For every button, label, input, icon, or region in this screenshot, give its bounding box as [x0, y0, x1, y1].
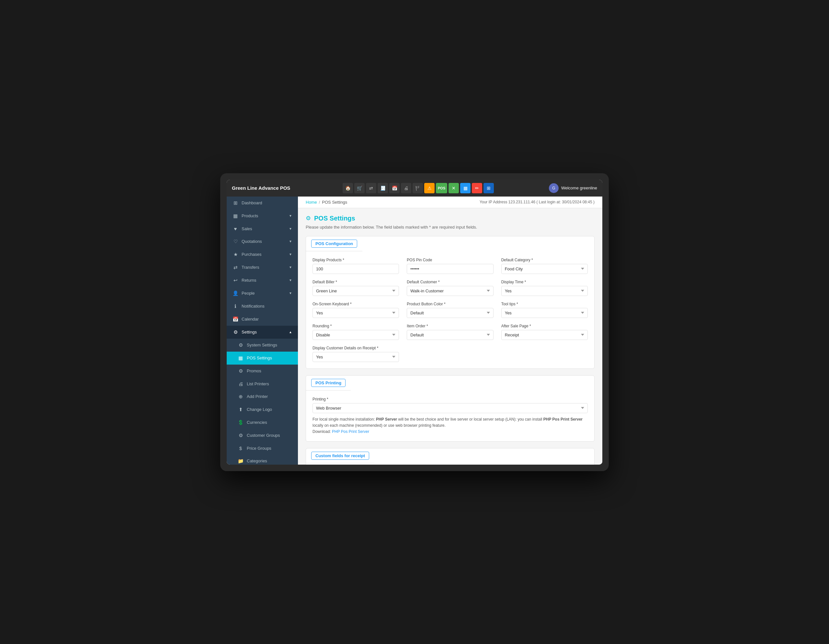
print-info: For local single machine installation: P… — [312, 416, 588, 435]
default-category-select[interactable]: Food City — [501, 264, 588, 274]
settings-icon: ⚙ — [233, 329, 238, 335]
custom-fields-title: Custom fields for receipt — [311, 452, 369, 460]
display-time-label: Display Time * — [501, 280, 588, 284]
after-sale-page-select[interactable]: Receipt POS — [501, 330, 588, 340]
categories-icon: 📁 — [238, 458, 244, 464]
purchases-arrow: ▼ — [289, 252, 292, 256]
tool-tips-select[interactable]: Yes No — [501, 308, 588, 318]
display-products-label: Display Products * — [312, 258, 399, 262]
sidebar-item-list-printers[interactable]: 🖨 List Printers — [227, 378, 298, 390]
sidebar-item-add-printer[interactable]: ⊕ Add Printer — [227, 390, 298, 403]
grid-icon-btn[interactable]: ▦ — [460, 183, 471, 193]
cart-icon-btn[interactable]: 🛒 — [354, 183, 365, 193]
sidebar-item-label: Price Groups — [247, 446, 271, 451]
sidebar-item-pos-settings[interactable]: ▦ POS Settings — [227, 352, 298, 365]
print-icon-btn[interactable]: 🖨 — [401, 183, 411, 193]
on-screen-keyboard-select[interactable]: Yes No — [312, 308, 399, 318]
sidebar-item-label: Returns — [241, 278, 257, 283]
php-pos-print-server-link[interactable]: PHP Pos Print Server — [332, 429, 369, 434]
default-biller-group: Default Biller * Green Line — [312, 280, 399, 296]
pencil-icon-btn[interactable]: ✏ — [472, 183, 482, 193]
default-customer-select[interactable]: Walk-in Customer — [407, 286, 493, 296]
product-button-color-label: Product Button Color * — [407, 302, 493, 306]
pos-config-header: POS Configuration — [306, 236, 362, 251]
display-customer-details-label: Display Customer Details on Receipt * — [312, 346, 399, 350]
on-screen-keyboard-label: On-Screen Keyboard * — [312, 302, 399, 306]
pos-config-grid: Display Products * POS Pin Code Default … — [312, 258, 588, 362]
after-sale-page-group: After Sale Page * Receipt POS — [501, 324, 588, 340]
sidebar-item-label: Sales — [241, 226, 252, 231]
page-header: ⚙ POS Settings — [306, 215, 594, 222]
x-icon-btn[interactable]: ✕ — [449, 183, 459, 193]
ip-info: Your IP Address 123.231.111.46 ( Last lo… — [479, 200, 594, 204]
pos-pin-code-input[interactable] — [407, 264, 493, 274]
receipt-icon-btn[interactable]: 🧾 — [378, 183, 388, 193]
sidebar-item-settings[interactable]: ⚙ Settings ▲ — [227, 326, 298, 339]
transfers-arrow: ▼ — [289, 266, 292, 269]
sidebar-item-dashboard[interactable]: ⊞ Dashboard — [227, 197, 298, 209]
sidebar-item-returns[interactable]: ↩ Returns ▼ — [227, 274, 298, 287]
add-printer-icon: ⊕ — [238, 394, 244, 400]
sidebar-item-price-groups[interactable]: $ Price Groups — [227, 442, 298, 455]
flag-icon-btn[interactable]: 🏴 — [413, 183, 423, 193]
tool-tips-label: Tool tips * — [501, 302, 588, 306]
sidebar-item-label: POS Settings — [247, 356, 272, 361]
returns-icon: ↩ — [233, 277, 238, 283]
sidebar-item-sales[interactable]: ♥ Sales ▼ — [227, 222, 298, 235]
display-customer-details-group: Display Customer Details on Receipt * Ye… — [312, 346, 399, 362]
item-order-select[interactable]: Default — [407, 330, 493, 340]
pos-settings-icon: ▦ — [238, 355, 244, 361]
sidebar-item-products[interactable]: ▦ Products ▼ — [227, 209, 298, 222]
default-customer-label: Default Customer * — [407, 280, 493, 284]
sidebar-item-currencies[interactable]: 💲 Currencies — [227, 416, 298, 429]
display-customer-details-select[interactable]: Yes No — [312, 352, 399, 362]
display-time-group: Display Time * Yes No — [501, 280, 588, 296]
sidebar-item-label: Quotations — [241, 239, 262, 244]
calendar-icon-btn[interactable]: 📅 — [389, 183, 400, 193]
sidebar-item-notifications[interactable]: ℹ Notifications — [227, 300, 298, 313]
sidebar-item-label: Promos — [247, 368, 261, 373]
product-button-color-select[interactable]: Default — [407, 308, 493, 318]
sidebar-item-categories[interactable]: 📁 Categories — [227, 455, 298, 464]
share-icon-btn[interactable]: ⇄ — [366, 183, 376, 193]
pos-printing-title: POS Printing — [311, 379, 345, 387]
customer-groups-icon: ⚙ — [238, 433, 244, 438]
sidebar-item-change-logo[interactable]: ⬆ Change Logo — [227, 403, 298, 416]
sidebar-item-purchases[interactable]: ★ Purchases ▼ — [227, 248, 298, 261]
sidebar-item-label: Change Logo — [247, 407, 272, 412]
default-biller-select[interactable]: Green Line — [312, 286, 399, 296]
pos-config-body: Display Products * POS Pin Code Default … — [306, 251, 594, 368]
sidebar-item-label: Transfers — [241, 265, 259, 270]
home-icon-btn[interactable]: 🏠 — [343, 183, 353, 193]
printing-select[interactable]: Web Browser PHP Server — [312, 403, 588, 413]
sidebar-item-system-settings[interactable]: ⚙ System Settings — [227, 339, 298, 352]
user-badge: G Welcome greenline — [549, 183, 597, 193]
display-products-input[interactable] — [312, 264, 399, 274]
sidebar-item-promos[interactable]: ⚙ Promos — [227, 365, 298, 378]
top-bar: Green Line Advance POS 🏠 🛒 ⇄ 🧾 📅 🖨 🏴 ⚠ P… — [227, 180, 602, 197]
alert-icon-btn[interactable]: ⚠ — [424, 183, 435, 193]
settings-page-icon: ⚙ — [306, 215, 311, 222]
pos-printing-body: Printing * Web Browser PHP Server For lo… — [306, 390, 594, 442]
user-avatar: G — [549, 183, 559, 193]
apps-icon-btn[interactable]: ⊞ — [484, 183, 494, 193]
sidebar-item-label: Currencies — [247, 420, 267, 425]
pos-label-btn[interactable]: POS — [436, 183, 447, 193]
sidebar-item-label: Settings — [241, 330, 257, 334]
display-time-select[interactable]: Yes No — [501, 286, 588, 296]
rounding-select[interactable]: Disable Enable — [312, 330, 399, 340]
sidebar-item-quotations[interactable]: ♡ Quotations ▼ — [227, 235, 298, 248]
change-logo-icon: ⬆ — [238, 407, 244, 413]
sidebar-item-people[interactable]: 👤 People ▼ — [227, 287, 298, 300]
sidebar-item-transfers[interactable]: ⇄ Transfers ▼ — [227, 261, 298, 274]
dashboard-icon: ⊞ — [233, 200, 238, 206]
sidebar-item-label: Categories — [247, 458, 267, 463]
breadcrumb-home[interactable]: Home — [306, 200, 317, 205]
sidebar-item-customer-groups[interactable]: ⚙ Customer Groups — [227, 429, 298, 442]
page-subtitle: Please update the information below. The… — [306, 225, 594, 230]
item-order-label: Item Order * — [407, 324, 493, 328]
custom-fields-header: Custom fields for receipt — [306, 449, 374, 463]
pos-config-title: POS Configuration — [311, 239, 357, 248]
sidebar-item-calendar[interactable]: 📅 Calendar — [227, 313, 298, 326]
content-area: Home / POS Settings Your IP Address 123.… — [298, 197, 602, 464]
